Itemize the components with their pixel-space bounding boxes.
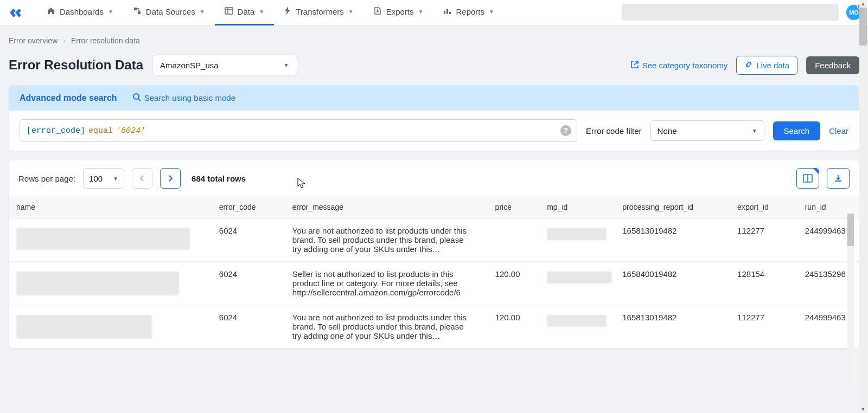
external-link-icon bbox=[630, 60, 639, 70]
query-val-token: '6024' bbox=[116, 126, 145, 135]
table-header-row: name error_code error_message price mp_i… bbox=[9, 196, 859, 218]
chevron-right-icon: › bbox=[63, 36, 66, 45]
cell-error-message: You are not authorized to list products … bbox=[292, 313, 471, 340]
nav-label: Transformers bbox=[296, 7, 344, 16]
cell-error-code: 6024 bbox=[212, 218, 285, 262]
cell-export-id: 112277 bbox=[730, 305, 797, 349]
breadcrumb-item[interactable]: Error resolution data bbox=[71, 36, 140, 45]
col-error-message[interactable]: error_message bbox=[285, 196, 488, 218]
rows-per-page-label: Rows per page: bbox=[18, 174, 75, 183]
nav-label: Data bbox=[238, 7, 255, 16]
global-search[interactable] bbox=[622, 4, 839, 21]
source-select[interactable]: AmazonSP_usa ▼ bbox=[152, 55, 297, 75]
next-page-button[interactable] bbox=[160, 168, 181, 189]
table-card: Rows per page: 100 ▼ 684 total rows bbox=[9, 160, 859, 349]
col-price[interactable]: price bbox=[488, 196, 540, 218]
prev-page-button[interactable] bbox=[132, 168, 152, 189]
search-button[interactable]: Search bbox=[773, 121, 821, 140]
rows-value: 100 bbox=[89, 174, 103, 183]
cell-prid: 165840019482 bbox=[615, 262, 730, 305]
scrollbar-thumb[interactable] bbox=[847, 214, 854, 246]
table-row[interactable]: 6024 Seller is not authorized to list pr… bbox=[9, 262, 859, 305]
nav-data[interactable]: Data ▼ bbox=[215, 0, 275, 25]
button-label: Search bbox=[784, 126, 810, 135]
switch-search-mode[interactable]: Search using basic mode bbox=[132, 93, 235, 103]
redacted-mpid bbox=[547, 228, 607, 240]
query-op-token: equal bbox=[88, 126, 113, 135]
table-scrollbar[interactable] bbox=[847, 214, 854, 392]
pager-row: Rows per page: 100 ▼ 684 total rows bbox=[9, 160, 859, 196]
col-export-id[interactable]: export_id bbox=[730, 196, 797, 218]
see-taxonomy-link[interactable]: See category taxonomy bbox=[630, 60, 728, 70]
button-label: Live data bbox=[756, 61, 789, 70]
scroll-down-icon[interactable]: ▼ bbox=[859, 405, 867, 413]
help-icon[interactable]: ? bbox=[560, 125, 571, 136]
svg-rect-7 bbox=[449, 12, 451, 14]
scroll-up-icon[interactable]: ▲ bbox=[859, 0, 867, 8]
nav-exports[interactable]: Exports ▼ bbox=[363, 0, 433, 25]
svg-rect-1 bbox=[138, 11, 141, 14]
nav-reports[interactable]: Reports ▼ bbox=[433, 0, 503, 25]
search-body: [error_code] equal '6024' ? Error code f… bbox=[9, 111, 859, 151]
col-mp-id[interactable]: mp_id bbox=[539, 196, 615, 218]
error-code-filter-label: Error code filter bbox=[586, 126, 642, 135]
table-row[interactable]: 6024 You are not authorized to list prod… bbox=[9, 305, 859, 349]
cell-error-code: 6024 bbox=[212, 262, 285, 305]
redacted-mpid bbox=[547, 315, 607, 327]
nav-label: Exports bbox=[386, 7, 414, 16]
col-error-code[interactable]: error_code bbox=[212, 196, 285, 218]
scrollbar-thumb[interactable] bbox=[859, 8, 867, 46]
home-icon bbox=[47, 7, 55, 17]
col-name[interactable]: name bbox=[9, 196, 212, 218]
live-data-button[interactable]: Live data bbox=[736, 56, 797, 75]
nav-data-sources[interactable]: Data Sources ▼ bbox=[123, 0, 215, 25]
cell-price: 120.00 bbox=[488, 262, 540, 305]
caret-down-icon: ▼ bbox=[259, 9, 264, 15]
search-icon bbox=[132, 93, 141, 103]
app-logo[interactable] bbox=[7, 3, 26, 22]
error-code-filter-select[interactable]: None ▼ bbox=[650, 120, 764, 141]
nav-items: Dashboards ▼ Data Sources ▼ Data ▼ Trans… bbox=[37, 0, 504, 25]
cell-price: 120.00 bbox=[488, 305, 540, 349]
columns-button[interactable] bbox=[796, 168, 819, 189]
table-row[interactable]: 6024 You are not authorized to list prod… bbox=[9, 218, 859, 262]
total-rows-label: 684 total rows bbox=[192, 174, 246, 183]
bolt-icon bbox=[284, 7, 291, 17]
rows-per-page-select[interactable]: 100 ▼ bbox=[83, 168, 124, 189]
redacted-name bbox=[16, 228, 190, 250]
caret-down-icon: ▼ bbox=[284, 62, 289, 68]
clear-link[interactable]: Clear bbox=[829, 126, 848, 135]
cell-prid: 165813019482 bbox=[615, 305, 730, 349]
breadcrumb-item[interactable]: Error overview bbox=[9, 36, 58, 45]
cell-error-message: You are not authorized to list products … bbox=[292, 226, 471, 254]
window-scrollbar[interactable]: ▲ ▼ bbox=[859, 0, 867, 413]
cell-export-id: 112277 bbox=[730, 218, 797, 262]
results-table: name error_code error_message price mp_i… bbox=[9, 196, 859, 349]
svg-rect-0 bbox=[134, 8, 137, 10]
redacted-name bbox=[16, 272, 179, 295]
caret-down-icon: ▼ bbox=[418, 9, 424, 15]
caret-down-icon: ▼ bbox=[752, 128, 757, 134]
nav-label: Reports bbox=[456, 7, 484, 16]
caret-down-icon: ▼ bbox=[489, 9, 494, 15]
nav-transformers[interactable]: Transformers ▼ bbox=[274, 0, 363, 25]
search-card: Advanced mode search Search using basic … bbox=[9, 85, 859, 151]
feedback-button[interactable]: Feedback bbox=[806, 56, 859, 74]
export-icon bbox=[373, 7, 382, 17]
svg-point-8 bbox=[133, 94, 139, 99]
link-chain-icon bbox=[744, 60, 753, 70]
chart-icon bbox=[443, 7, 451, 17]
nav-dashboards[interactable]: Dashboards ▼ bbox=[37, 0, 123, 25]
redacted-name bbox=[16, 315, 152, 339]
query-input[interactable]: [error_code] equal '6024' ? bbox=[20, 119, 577, 142]
svg-rect-6 bbox=[446, 9, 448, 14]
svg-line-9 bbox=[138, 99, 141, 101]
caret-down-icon: ▼ bbox=[200, 9, 205, 15]
page-title: Error Resolution Data bbox=[9, 57, 143, 73]
query-field-token: [error_code] bbox=[27, 126, 85, 135]
svg-rect-5 bbox=[444, 11, 445, 14]
button-label: Feedback bbox=[815, 61, 851, 70]
col-processing-report-id[interactable]: processing_report_id bbox=[615, 196, 730, 218]
download-button[interactable] bbox=[827, 168, 850, 189]
cell-price bbox=[488, 218, 540, 262]
